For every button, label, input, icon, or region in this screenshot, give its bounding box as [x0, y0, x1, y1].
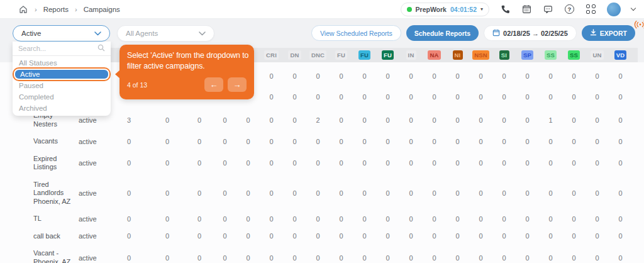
breadcrumb-item-reports[interactable]: Reports [43, 6, 69, 13]
stat-cell: 0 [586, 72, 609, 80]
stat-cell: 0 [609, 215, 632, 223]
agents-filter-select[interactable]: All Agents [117, 25, 214, 42]
stat-cell: 0 [539, 189, 562, 197]
stat-cell: 0 [186, 232, 213, 240]
stat-cell: 0 [260, 189, 283, 197]
help-icon[interactable]: ? [564, 4, 575, 14]
tutorial-back-button[interactable]: ← [204, 77, 223, 92]
dropdown-option-all-statuses[interactable]: All Statuses [13, 57, 111, 69]
stat-cell: 0 [260, 138, 283, 145]
stat-cell: 0 [399, 232, 423, 240]
stat-cell: 0 [213, 254, 236, 262]
stat-cell: 0 [376, 215, 399, 223]
campaign-status: active [79, 138, 109, 145]
tutorial-next-button[interactable]: → [228, 77, 247, 92]
column-header-dnc-7: DNC [306, 50, 330, 60]
breadcrumb-separator: › [35, 6, 37, 13]
export-button[interactable]: EXPORT [582, 25, 635, 41]
chevron-down-icon [94, 30, 101, 37]
stat-cell: 0 [283, 72, 306, 80]
column-header-in-11: IN [399, 50, 423, 60]
stat-cell: 0 [213, 116, 236, 124]
stat-cell: 0 [260, 93, 283, 101]
user-avatar[interactable] [607, 3, 621, 16]
tutorial-tooltip: Select 'Active' from the dropdown to fil… [119, 45, 254, 99]
stat-cell: 0 [149, 254, 186, 262]
stat-cell: 0 [516, 93, 539, 101]
stat-cell: 0 [446, 116, 469, 124]
campaign-name: Vacant - Phoenix, AZ [13, 245, 79, 263]
live-broadcast-icon[interactable] [634, 20, 644, 31]
stat-cell: 0 [353, 189, 376, 197]
breadcrumb-item-campaigns[interactable]: Campaigns [84, 6, 120, 13]
stat-cell: 0 [423, 116, 446, 124]
campaign-status: active [79, 215, 109, 223]
workspace-timer-pill[interactable]: PrepWork 04:01:52 ▾ [401, 3, 489, 16]
calendar-icon[interactable] [521, 4, 532, 14]
stat-cell: 0 [516, 116, 539, 124]
stat-cell: 0 [539, 254, 562, 262]
chat-icon[interactable] [543, 4, 553, 14]
stat-cell: 0 [376, 189, 399, 197]
stat-cell: 0 [609, 116, 632, 124]
table-row: Expired Listingsactive000000000000000000… [13, 150, 638, 176]
column-header-fu-10: FU [376, 50, 399, 60]
stat-cell: 0 [353, 215, 376, 223]
column-header-vd-20: VD [609, 50, 632, 60]
agents-filter-value: All Agents [126, 30, 158, 37]
stat-cell: 0 [609, 159, 632, 167]
stat-cell: 0 [186, 159, 213, 167]
dropdown-option-completed[interactable]: Completed [13, 91, 111, 103]
stat-cell: 0 [306, 138, 330, 145]
stat-cell: 0 [109, 232, 149, 240]
stat-cell: 0 [399, 215, 423, 223]
stat-cell: 0 [469, 72, 492, 80]
stat-cell: 0 [423, 254, 446, 262]
stat-cell: 0 [446, 254, 469, 262]
stat-cell: 0 [562, 254, 586, 262]
table-row: Vacantsactive000000000000000000000 [13, 133, 638, 150]
view-scheduled-reports-button[interactable]: View Scheduled Reports [311, 25, 401, 41]
column-header-na-12: NA [423, 50, 446, 60]
campaign-name: Expired Listings [13, 150, 79, 176]
campaign-status: active [79, 232, 109, 240]
stat-cell: 0 [283, 254, 306, 262]
stat-cell: 0 [306, 93, 330, 101]
stat-cell: 0 [399, 116, 423, 124]
table-row: call backactive000000000000000000000 [13, 228, 638, 245]
date-range-value: 02/18/25 → 02/25/25 [503, 30, 568, 37]
chevron-down-icon [199, 30, 206, 37]
stat-cell: 0 [423, 232, 446, 240]
stat-cell: 0 [213, 159, 236, 167]
phone-icon[interactable] [500, 4, 511, 14]
campaign-status: active [79, 159, 109, 167]
stat-cell: 0 [399, 72, 423, 80]
dropdown-option-archived[interactable]: Archived [13, 103, 111, 114]
search-input[interactable] [18, 45, 94, 52]
stat-cell: 0 [260, 72, 283, 80]
schedule-reports-button[interactable]: Schedule Reports [406, 25, 479, 41]
stat-cell: 0 [283, 232, 306, 240]
stat-cell: 0 [149, 189, 186, 197]
stat-cell: 0 [186, 189, 213, 197]
stat-cell: 0 [186, 116, 213, 124]
status-filter-select[interactable]: Active [13, 25, 110, 42]
stat-cell: 0 [609, 254, 632, 262]
chevron-down-icon[interactable] [631, 6, 636, 11]
apps-grid-icon[interactable] [586, 4, 596, 14]
stat-cell: 0 [330, 159, 353, 167]
stat-cell: 3 [109, 116, 149, 124]
stat-cell: 0 [353, 116, 376, 124]
table-row: Tired Landlords Phoenix, AZactive0000000… [13, 176, 638, 211]
breadcrumb-separator: › [75, 6, 77, 13]
home-icon[interactable] [18, 4, 28, 14]
stat-cell: 0 [306, 159, 330, 167]
column-header-ni-13: NI [446, 50, 469, 60]
stat-cell: 0 [423, 189, 446, 197]
caret-down-icon[interactable]: ▾ [480, 6, 483, 12]
stat-cell: 0 [562, 93, 586, 101]
dropdown-option-active[interactable]: Active [14, 69, 109, 80]
dropdown-option-paused[interactable]: Paused [13, 80, 111, 91]
date-range-picker[interactable]: 02/18/25 → 02/25/25 [484, 25, 577, 41]
stat-cell: 0 [260, 215, 283, 223]
